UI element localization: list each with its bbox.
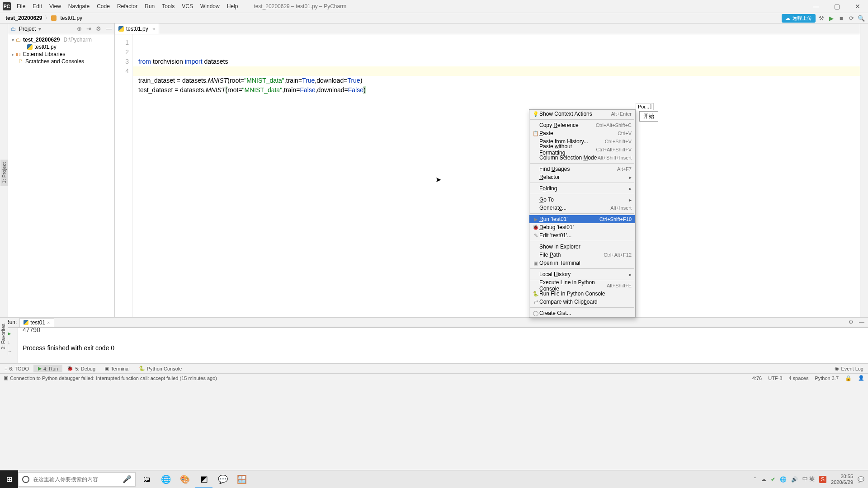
app-icon[interactable]: 🪟 bbox=[233, 471, 250, 488]
search-everywhere-icon[interactable]: 🔍 bbox=[857, 14, 865, 22]
tree-file[interactable]: test01.py bbox=[8, 43, 114, 51]
settings-icon[interactable]: ⚙ bbox=[96, 25, 101, 32]
menu-code[interactable]: Code bbox=[94, 1, 113, 11]
context-menu-item[interactable]: ✎Edit 'test01'... bbox=[529, 231, 635, 239]
start-button-overlay[interactable]: 开始 bbox=[639, 111, 658, 122]
taskbar-clock[interactable]: 20:55 2020/6/29 bbox=[831, 474, 853, 485]
maximize-button[interactable]: ▢ bbox=[826, 0, 847, 13]
hide-icon[interactable]: — bbox=[106, 25, 112, 32]
tray-network-icon[interactable]: 🌐 bbox=[780, 476, 787, 483]
project-tool-button[interactable]: 1: Project bbox=[0, 160, 8, 186]
context-menu-item[interactable]: Copy ReferenceCtrl+Alt+Shift+C bbox=[529, 121, 635, 129]
context-menu-item[interactable]: 📋PasteCtrl+V bbox=[529, 129, 635, 137]
python-console-tab[interactable]: 🐍Python Console bbox=[134, 365, 187, 372]
menu-vcs[interactable]: VCS bbox=[179, 1, 196, 11]
menu-edit[interactable]: Edit bbox=[29, 1, 45, 11]
context-menu-item[interactable]: Find UsagesAlt+F7 bbox=[529, 165, 635, 173]
context-menu-item[interactable]: Refactor▸ bbox=[529, 173, 635, 181]
editor-body[interactable]: 1234 from torchvision import datasets tr… bbox=[115, 34, 868, 317]
editor-tab[interactable]: test01.py × bbox=[115, 23, 159, 34]
context-menu-item[interactable]: 🐍Run File in Python Console bbox=[529, 290, 635, 298]
lock-icon[interactable]: 🔒 bbox=[845, 375, 852, 381]
menu-refactor[interactable]: Refactor bbox=[114, 1, 141, 11]
menu-view[interactable]: View bbox=[46, 1, 64, 11]
run-output[interactable]: 47790 Process finished with exit code 0 bbox=[18, 328, 868, 363]
expand-icon[interactable]: ▸ bbox=[12, 52, 14, 57]
mic-icon[interactable]: 🎤 bbox=[123, 475, 132, 483]
context-menu-item[interactable]: File PathCtrl+Alt+F12 bbox=[529, 251, 635, 259]
run-icon[interactable]: ▶ bbox=[827, 14, 835, 22]
debug-tab[interactable]: 🐞5: Debug bbox=[62, 365, 100, 372]
caret-position[interactable]: 4:76 bbox=[752, 375, 762, 381]
search-input[interactable] bbox=[33, 476, 119, 483]
python-file-icon bbox=[24, 320, 28, 325]
close-run-tab-icon[interactable]: × bbox=[47, 320, 50, 325]
cloud-upload-button[interactable]: ☁ 远程上传 bbox=[782, 14, 816, 23]
close-button[interactable]: ✕ bbox=[847, 0, 868, 13]
file-encoding[interactable]: UTF-8 bbox=[768, 375, 782, 381]
pycharm-taskbar-icon[interactable]: ◩ bbox=[195, 471, 212, 488]
taskbar-search[interactable]: 🎤 bbox=[18, 472, 136, 487]
context-menu-item[interactable]: 💡Show Context ActionsAlt+Enter bbox=[529, 110, 635, 118]
start-button[interactable]: ⊞ bbox=[0, 470, 18, 488]
context-menu-item[interactable]: ▶Run 'test01'Ctrl+Shift+F10 bbox=[529, 215, 635, 223]
stop-icon[interactable]: ■ bbox=[837, 14, 845, 22]
close-tab-icon[interactable]: × bbox=[152, 26, 155, 32]
tray-ime[interactable]: 中 英 bbox=[802, 475, 815, 483]
context-menu-item[interactable]: Generate...Alt+Insert bbox=[529, 204, 635, 212]
file-explorer-icon[interactable]: 🗂 bbox=[138, 471, 156, 488]
menu-separator bbox=[530, 183, 634, 183]
paint-icon[interactable]: 🎨 bbox=[176, 471, 193, 488]
menu-navigate[interactable]: Navigate bbox=[65, 1, 93, 11]
context-menu-item[interactable]: Go To▸ bbox=[529, 196, 635, 204]
tray-sogou-icon[interactable]: S bbox=[819, 476, 826, 483]
tree-root[interactable]: ▾ 🗀 test_20200629 D:\Pycharm bbox=[8, 36, 114, 43]
hector-icon[interactable]: 👤 bbox=[858, 375, 864, 381]
menu-window[interactable]: Window bbox=[197, 1, 223, 11]
todo-tab[interactable]: ≡6: TODO bbox=[0, 365, 33, 372]
tray-volume-icon[interactable]: 🔊 bbox=[791, 476, 798, 483]
breadcrumb-file[interactable]: test01.py bbox=[58, 14, 84, 22]
terminal-tab[interactable]: ▣Terminal bbox=[100, 365, 134, 372]
context-menu-item[interactable]: Folding▸ bbox=[529, 184, 635, 192]
tray-security-icon[interactable]: ✔ bbox=[771, 476, 775, 483]
event-log-tab[interactable]: ◉Event Log bbox=[830, 365, 868, 372]
chrome-icon[interactable]: 🌐 bbox=[157, 471, 175, 488]
expand-icon[interactable]: ▾ bbox=[12, 38, 14, 42]
context-menu-item[interactable]: Paste without FormattingCtrl+Alt+Shift+V bbox=[529, 145, 635, 154]
minimize-button[interactable]: — bbox=[806, 0, 826, 13]
menu-help[interactable]: Help bbox=[224, 1, 241, 11]
run-bottom-tab[interactable]: ▶4: Run bbox=[33, 365, 62, 372]
favorites-tool-button[interactable]: 2: Favorites bbox=[0, 319, 8, 355]
indent-info[interactable]: 4 spaces bbox=[788, 375, 808, 381]
context-menu-item[interactable]: ⇄Compare with Clipboard bbox=[529, 298, 635, 306]
context-menu-item[interactable]: Column Selection ModeAlt+Shift+Insert bbox=[529, 154, 635, 162]
collapse-icon[interactable]: ⇥ bbox=[86, 25, 91, 32]
run-hide-icon[interactable]: — bbox=[859, 319, 864, 325]
wechat-icon[interactable]: 💬 bbox=[214, 471, 231, 488]
dropdown-icon[interactable]: ▾ bbox=[38, 26, 41, 32]
run-settings-icon[interactable]: ⚙ bbox=[849, 319, 854, 325]
context-menu-item[interactable]: 🐞Debug 'test01' bbox=[529, 223, 635, 231]
tree-scratches[interactable]: 🗋 Scratches and Consoles bbox=[8, 58, 114, 65]
menu-tools[interactable]: Tools bbox=[159, 1, 178, 11]
context-menu-item[interactable]: Show in Explorer bbox=[529, 243, 635, 251]
context-menu-item[interactable]: Execute Line in Python ConsoleAlt+Shift+… bbox=[529, 282, 635, 290]
code-area[interactable]: from torchvision import datasets train_d… bbox=[133, 34, 868, 317]
build-icon[interactable]: ⚒ bbox=[817, 14, 826, 22]
update-icon[interactable]: ⟳ bbox=[847, 14, 855, 22]
context-menu-item[interactable]: ▣Open in Terminal bbox=[529, 259, 635, 267]
locate-icon[interactable]: ⊕ bbox=[77, 25, 82, 32]
menu-file[interactable]: File bbox=[14, 1, 28, 11]
interpreter-info[interactable]: Python 3.7 bbox=[815, 375, 839, 381]
context-menu-item[interactable]: ◯Create Gist... bbox=[529, 309, 635, 317]
context-menu-item[interactable]: Local History▸ bbox=[529, 270, 635, 278]
notifications-icon[interactable]: 💬 bbox=[858, 476, 864, 483]
tray-onedrive-icon[interactable]: ☁ bbox=[761, 476, 766, 483]
tree-external-libs[interactable]: ▸ ⫾⫾ External Libraries bbox=[8, 51, 114, 58]
tray-up-icon[interactable]: ˄ bbox=[754, 476, 756, 483]
menu-item-shortcut: Alt+Insert bbox=[610, 205, 632, 211]
run-panel: ▶ ↓ ⋯ 47790 Process finished with exit c… bbox=[0, 327, 868, 363]
breadcrumb-project[interactable]: test_20200629 bbox=[4, 14, 44, 22]
menu-run[interactable]: Run bbox=[142, 1, 158, 11]
